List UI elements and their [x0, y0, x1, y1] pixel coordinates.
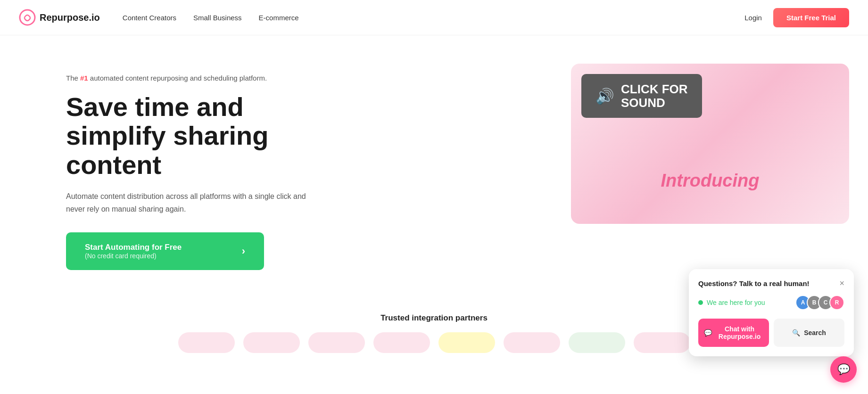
introducing-text: Introducing: [661, 171, 760, 191]
chat-buttons: 💬 Chat with Repurpose.io 🔍 Search: [698, 319, 844, 347]
click-sound-label: CLICK FORSOUND: [621, 82, 688, 109]
hero-cta-arrow: ›: [242, 245, 245, 257]
hero-title: Save time and simplify sharing content: [66, 92, 311, 180]
hero-left: The #1 automated content repurposing and…: [66, 64, 311, 270]
video-panel[interactable]: 🔊 CLICK FORSOUND Introducing: [571, 64, 849, 224]
hero-tagline: The #1 automated content repurposing and…: [66, 73, 311, 84]
click-for-sound-button[interactable]: 🔊 CLICK FORSOUND: [581, 74, 702, 118]
partner-logo-4: [373, 332, 430, 353]
hero-description: Automate content distribution across all…: [66, 190, 311, 215]
chat-primary-label: Chat with Repurpose.io: [716, 325, 763, 340]
chat-avatars: A B C R: [799, 295, 844, 310]
nav-content-creators[interactable]: Content Creators: [123, 14, 176, 22]
logo-link[interactable]: Repurpose.io: [19, 9, 100, 26]
start-free-trial-button[interactable]: Start Free Trial: [773, 8, 849, 27]
chat-status: We are here for you A B C R: [698, 295, 844, 310]
nav-right: Login Start Free Trial: [744, 8, 849, 27]
partner-logo-5: [438, 332, 495, 353]
partner-logo-2: [243, 332, 300, 353]
svg-point-0: [20, 10, 35, 25]
chat-widget-title: Questions? Talk to a real human!: [698, 279, 810, 287]
hero-cta-line1: Start Automating for Free: [85, 243, 182, 252]
tagline-number: #1: [80, 74, 88, 82]
partner-logo-6: [504, 332, 560, 353]
chat-primary-icon: 💬: [704, 329, 712, 337]
nav-small-business[interactable]: Small Business: [193, 14, 242, 22]
chat-close-button[interactable]: ×: [839, 279, 844, 288]
partner-logo-1: [178, 332, 235, 353]
status-dot: [698, 300, 703, 305]
partner-logo-3: [308, 332, 365, 353]
chat-search-label: Search: [804, 329, 826, 337]
tagline-suffix: automated content repurposing and schedu…: [88, 74, 267, 82]
partner-logo-7: [569, 332, 625, 353]
partner-logo-8: [634, 332, 690, 353]
hero-right: 🔊 CLICK FORSOUND Introducing: [571, 64, 849, 224]
status-text: We are here for you: [707, 299, 765, 306]
nav-links: Content Creators Small Business E-commer…: [123, 14, 299, 22]
chat-widget: Questions? Talk to a real human! × We ar…: [689, 269, 854, 356]
sound-icon: 🔊: [595, 87, 614, 105]
logo-icon: [19, 9, 36, 26]
logo-text: Repurpose.io: [40, 12, 100, 23]
chat-search-icon: 🔍: [792, 329, 800, 337]
hero-section: The #1 automated content repurposing and…: [0, 35, 868, 299]
chat-avatar-4: R: [829, 295, 844, 310]
navbar: Repurpose.io Content Creators Small Busi…: [0, 0, 868, 35]
hero-cta-button[interactable]: Start Automating for Free (No credit car…: [66, 232, 264, 270]
chat-with-repurpose-button[interactable]: 💬 Chat with Repurpose.io: [698, 319, 769, 347]
nav-left: Repurpose.io Content Creators Small Busi…: [19, 9, 299, 26]
tagline-prefix: The: [66, 74, 80, 82]
hero-cta-inner: Start Automating for Free (No credit car…: [85, 243, 182, 260]
chat-search-button[interactable]: 🔍 Search: [774, 319, 844, 347]
nav-login[interactable]: Login: [744, 14, 762, 22]
hero-cta-line2: (No credit card required): [85, 252, 157, 260]
chat-header: Questions? Talk to a real human! ×: [698, 279, 844, 288]
nav-ecommerce[interactable]: E-commerce: [259, 14, 299, 22]
